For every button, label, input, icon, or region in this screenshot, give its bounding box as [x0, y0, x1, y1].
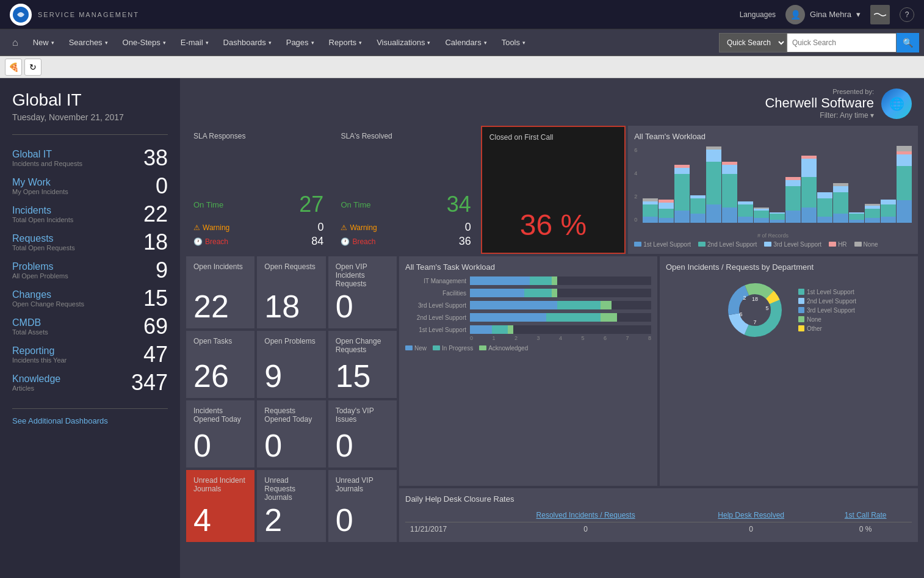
toolbar-refresh-button[interactable]: ↻	[24, 59, 42, 76]
bar-segment	[881, 204, 896, 217]
bar-segment	[865, 209, 880, 218]
bar-segment	[754, 211, 769, 218]
nav-reports[interactable]: Reports ▾	[322, 29, 370, 56]
kpi-open-incidents[interactable]: Open Incidents 22	[186, 256, 254, 328]
bar-segment	[833, 186, 848, 192]
sidebar-item-cmdb[interactable]: CMDB Total Assets 69	[12, 313, 168, 340]
search-input[interactable]	[787, 33, 897, 52]
home-nav-button[interactable]: ⌂	[5, 37, 26, 48]
sla-ontime-label: On Time	[193, 200, 223, 209]
filter-control[interactable]: Filter: Any time ▾	[765, 111, 874, 120]
language-button[interactable]: Languages	[740, 10, 776, 19]
sidebar-item-problems[interactable]: Problems All Open Problems 9	[12, 257, 168, 284]
kpi-open-tasks[interactable]: Open Tasks 26	[186, 331, 254, 398]
bar-group	[659, 146, 674, 223]
bar-segment	[738, 217, 753, 223]
quick-search-select[interactable]: Quick Search	[719, 33, 787, 52]
task-bar-row: 1st Level Support	[405, 325, 651, 334]
content-area: Presented by: Cherwell Software Filter: …	[180, 78, 924, 578]
legend-swatch-none	[798, 316, 804, 322]
clock-icon: 🕐	[193, 237, 203, 246]
bar-segment	[897, 154, 912, 166]
bar-segment	[690, 214, 706, 223]
bar-segment	[659, 209, 674, 218]
donut-svg: 18 5 7 6 2	[721, 276, 789, 344]
search-button[interactable]: 🔍	[897, 33, 919, 52]
kpi-unread-vip-journals[interactable]: Unread VIP Journals 0	[328, 470, 397, 542]
sidebar-item-reporting[interactable]: Reporting Incidents this Year 47	[12, 341, 168, 368]
bar-segment	[897, 200, 912, 223]
nav-email[interactable]: E-mail ▾	[173, 29, 216, 56]
kpi-open-problems[interactable]: Open Problems 9	[257, 331, 325, 398]
task-workload-chart: All Team's Task Workload IT ManagementFa…	[399, 256, 657, 486]
bar-group	[770, 146, 785, 223]
donut-legend: 1st Level Support 2nd Level Support 3rd …	[798, 289, 856, 332]
nav-searches[interactable]: Searches ▾	[62, 29, 115, 56]
sidebar-item-requests[interactable]: Requests Total Open Requests 18	[12, 229, 168, 256]
bar-segment	[643, 204, 658, 217]
kpi-unread-incident-journals[interactable]: Unread Incident Journals 4	[186, 470, 254, 542]
closed-first-call-value: 36 %	[489, 203, 617, 247]
sla-breach-row: 🕐 Breach	[193, 237, 228, 246]
toolbar-pie-button[interactable]: 🍕	[5, 59, 22, 76]
closure-date: 11/21/2017	[405, 522, 488, 536]
bar-segment	[706, 162, 721, 204]
bar-segment	[674, 211, 690, 223]
nav-calendars[interactable]: Calendars ▾	[438, 29, 494, 56]
closure-header-callrate[interactable]: 1st Call Rate	[819, 508, 912, 522]
help-button[interactable]: ?	[900, 7, 914, 22]
bar-segment	[865, 218, 880, 223]
bar-segment	[674, 168, 690, 174]
closure-header-resolved[interactable]: Resolved Incidents / Requests	[488, 508, 683, 522]
closure-header-helpdesk[interactable]: Help Desk Resolved	[683, 508, 819, 522]
nav-tools[interactable]: Tools ▾	[494, 29, 533, 56]
sidebar-item-incidents[interactable]: Incidents Total Open Incidents 22	[12, 201, 168, 228]
nav-dashboards[interactable]: Dashboards ▾	[216, 29, 279, 56]
slas-ontime-label: On Time	[341, 200, 370, 209]
slas-warning-value: 0	[465, 221, 471, 234]
cherwell-logo-circle: 🌐	[881, 89, 912, 119]
kpi-sla-responses[interactable]: SLA Responses On Time 27 ⚠ Warning 0	[186, 126, 331, 254]
workload-x-label: # of Records	[634, 233, 912, 239]
additional-dashboards-link[interactable]: See Additional Dashboards	[12, 416, 108, 425]
nav-visualizations[interactable]: Visualizations ▾	[369, 29, 438, 56]
legend-swatch-3rd	[798, 307, 804, 313]
kpi-open-change[interactable]: Open Change Requests 15	[328, 331, 397, 398]
kpi-slas-resolved[interactable]: SLA's Resolved On Time 34 ⚠ Warning 0	[333, 126, 478, 254]
bar-group	[881, 146, 896, 223]
nav-onesteps[interactable]: One-Steps ▾	[115, 29, 173, 56]
kpi-incidents-today[interactable]: Incidents Opened Today 0	[186, 400, 254, 468]
sidebar: Global IT Tuesday, November 21, 2017 Glo…	[0, 78, 180, 578]
nav-pages[interactable]: Pages ▾	[279, 29, 322, 56]
bar-segment	[817, 198, 832, 217]
closure-header-date	[405, 508, 488, 522]
closure-title: Daily Help Desk Closure Rates	[405, 494, 912, 504]
task-bar-row: IT Management	[405, 276, 651, 285]
bar-group	[801, 146, 817, 223]
sidebar-date: Tuesday, November 21, 2017	[12, 112, 168, 122]
bar-segment	[722, 174, 737, 208]
kpi-open-vip[interactable]: Open VIP Incidents Requests 0	[328, 256, 397, 328]
sidebar-item-mywork[interactable]: My Work My Open Incidents 0	[12, 173, 168, 200]
kpi-closed-first-call[interactable]: Closed on First Call 36 %	[481, 126, 626, 254]
bar-segment	[817, 217, 832, 223]
sidebar-item-globalit[interactable]: Global IT Incidents and Requests 38	[12, 145, 168, 172]
nav-new[interactable]: New ▾	[26, 29, 62, 56]
user-menu[interactable]: 👤 Gina Mehra ▾	[785, 5, 861, 24]
kpi-vip-issues[interactable]: Today's VIP Issues 0	[328, 400, 397, 468]
slas-resolved-label: SLA's Resolved	[341, 132, 471, 140]
bar-segment	[722, 208, 737, 223]
clock-icon2: 🕐	[341, 237, 350, 246]
main-layout: Global IT Tuesday, November 21, 2017 Glo…	[0, 78, 924, 578]
kpi-open-requests[interactable]: Open Requests 18	[257, 256, 325, 328]
sidebar-item-changes[interactable]: Changes Open Change Requests 15	[12, 285, 168, 312]
kpi-requests-today[interactable]: Requests Opened Today 0	[257, 400, 325, 468]
kpi-unread-requests-journals[interactable]: Unread Requests Journals 2	[257, 470, 325, 542]
brand-icon	[870, 5, 890, 24]
presented-block: Presented by: Cherwell Software Filter: …	[765, 88, 874, 120]
bar-segment	[849, 214, 864, 220]
closure-helpdesk: 0	[683, 522, 819, 536]
bar-segment	[897, 166, 912, 200]
user-caret: ▾	[856, 10, 861, 19]
sidebar-item-knowledge[interactable]: Knowledge Articles 347	[12, 369, 168, 396]
